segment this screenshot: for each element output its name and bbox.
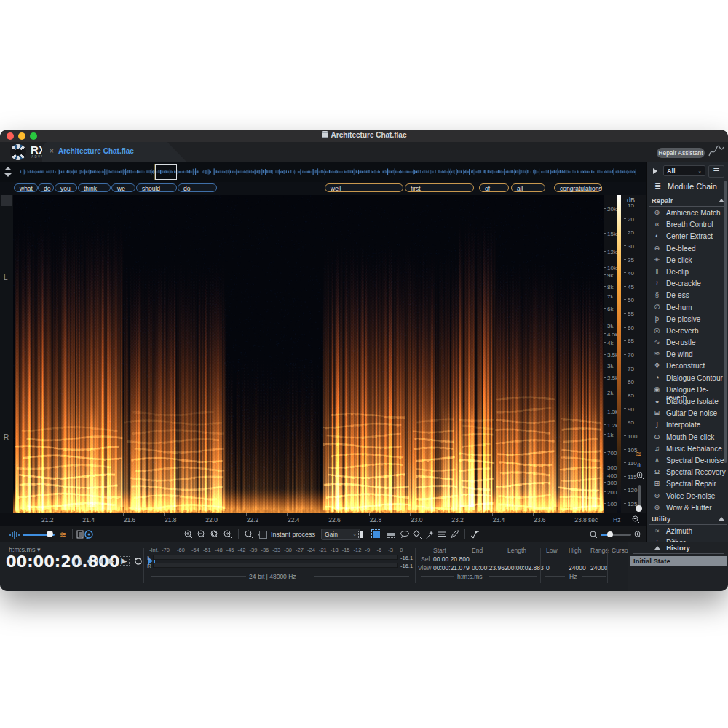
frequency-selection-tool-icon[interactable] xyxy=(385,531,397,538)
module-item-wow-flutter[interactable]: ⊛Wow & Flutter xyxy=(647,502,728,513)
module-filter-dropdown[interactable]: All ⌄ xyxy=(663,165,705,176)
adaptive-selection-tool-icon[interactable] xyxy=(470,530,480,539)
module-item-de-ess[interactable]: §De-ess xyxy=(647,289,728,301)
feather-tool-icon[interactable] xyxy=(450,530,459,539)
module-item-breath-control[interactable]: ɞBreath Control xyxy=(647,218,728,230)
spectrogram-canvas[interactable] xyxy=(13,195,604,513)
loop-icon[interactable] xyxy=(134,557,143,565)
module-item-dialogue-de-reverb[interactable]: ◉Dialogue De-reverb xyxy=(647,384,728,395)
time-selection-tool-icon[interactable] xyxy=(356,531,368,538)
word-label[interactable]: first xyxy=(405,183,474,192)
expand-overview-icon[interactable] xyxy=(4,167,12,177)
word-label[interactable]: think xyxy=(78,183,111,192)
harmonics-selection-tool-icon[interactable] xyxy=(438,531,447,539)
brush-selection-tool-icon[interactable] xyxy=(413,530,422,539)
play-icon[interactable]: ▶ xyxy=(108,557,114,565)
skip-to-start-icon[interactable] xyxy=(96,558,104,565)
module-item-de-bleed[interactable]: ⊖De-bleed xyxy=(647,242,728,254)
module-menu-icon[interactable]: ☰ xyxy=(708,165,724,178)
freq-high-value[interactable]: 24000 xyxy=(569,564,586,571)
lasso-selection-tool-icon[interactable] xyxy=(400,530,410,539)
view-length-value[interactable]: 00:00:02.883 xyxy=(507,564,544,571)
history-item[interactable]: Initial State xyxy=(630,556,727,566)
spectrogram-settings-icon[interactable]: ≋ xyxy=(60,530,66,539)
word-label[interactable]: all xyxy=(511,183,545,192)
module-item-azimuth[interactable]: ≈Azimuth xyxy=(647,525,728,537)
tab-close-icon[interactable]: × xyxy=(50,147,54,155)
horizontal-zoom-slider-knob[interactable] xyxy=(607,531,613,537)
waveform-blend-icon[interactable]: ılı xyxy=(637,462,641,468)
vertical-zoom-slider-knob[interactable] xyxy=(636,505,642,512)
word-label[interactable]: what xyxy=(14,183,38,192)
play-selection-icon[interactable]: ▶ xyxy=(119,556,129,566)
module-item-dialogue-contour[interactable]: ◔Dialogue Contour xyxy=(647,372,728,384)
module-item-de-wind[interactable]: ≋De-wind xyxy=(647,348,728,360)
word-label[interactable]: you xyxy=(55,183,77,192)
time-format-selector[interactable]: h:m:s.ms ▾ xyxy=(9,546,41,553)
module-item-center-extract[interactable]: ◐Center Extract xyxy=(647,230,728,242)
monitor-headphones-icon[interactable] xyxy=(73,557,82,566)
word-label[interactable]: well xyxy=(325,183,403,192)
word-label[interactable]: should xyxy=(136,183,177,192)
module-item-music-rebalance[interactable]: ♫Music Rebalance xyxy=(647,443,728,454)
zoom-out-horizontal-icon[interactable] xyxy=(590,531,598,539)
module-item-de-crackle[interactable]: ≀De-crackle xyxy=(647,277,728,289)
word-label[interactable]: do xyxy=(38,183,54,192)
module-item-deconstruct[interactable]: ❖Deconstruct xyxy=(647,360,728,371)
zoom-in-icon[interactable] xyxy=(184,530,193,539)
freq-range-value[interactable]: 24000 xyxy=(590,564,608,571)
magic-wand-tool-icon[interactable] xyxy=(425,530,435,539)
file-tab[interactable]: × Architecture Chat.flac xyxy=(42,142,186,162)
spectrogram-waveform-blend-icon[interactable] xyxy=(9,530,20,539)
module-section-header[interactable]: Repair xyxy=(649,195,727,207)
module-item-de-reverb[interactable]: ◎De-reverb xyxy=(647,325,728,336)
freq-low-value[interactable]: 0 xyxy=(546,564,550,571)
module-item-de-hum[interactable]: ∅De-hum xyxy=(647,301,728,313)
module-item-de-plosive[interactable]: þDe-plosive xyxy=(647,313,728,325)
module-play-icon[interactable] xyxy=(653,168,657,174)
zoom-fit-icon[interactable] xyxy=(223,530,232,539)
sel-start-value[interactable]: 00:00:20.800 xyxy=(433,555,470,563)
record-icon[interactable]: ● xyxy=(87,557,92,565)
instant-process-checkbox[interactable] xyxy=(259,531,267,539)
view-start-value[interactable]: 00:00:21.079 xyxy=(433,564,470,571)
time-frequency-selection-tool-icon[interactable] xyxy=(371,531,382,538)
word-label[interactable]: of xyxy=(479,183,509,192)
view-end-value[interactable]: 00:00:23.962 xyxy=(472,564,508,571)
horizontal-zoom-slider[interactable] xyxy=(601,534,631,536)
module-item-de-rustle[interactable]: ∿De-rustle xyxy=(647,336,728,348)
magnify-tool-icon[interactable] xyxy=(245,530,253,539)
module-item-spectral-recovery[interactable]: ΩSpectral Recovery xyxy=(647,466,728,478)
module-item-spectral-de-noise[interactable]: ∧Spectral De-noise xyxy=(647,454,728,466)
corner-widget[interactable] xyxy=(1,195,12,206)
overview-strip[interactable] xyxy=(0,162,646,182)
overview-waveform[interactable] xyxy=(20,164,636,180)
spectrogram-settings-icon[interactable]: ≋ xyxy=(636,450,641,458)
module-section-header[interactable]: Utility xyxy=(649,513,727,525)
zoom-out-vertical-icon[interactable] xyxy=(632,515,640,523)
blend-slider-knob[interactable] xyxy=(47,531,53,537)
word-label[interactable]: we xyxy=(111,183,135,192)
module-item-ambience-match[interactable]: ⊕Ambience Match xyxy=(647,207,728,218)
module-item-guitar-de-noise[interactable]: ⊟Guitar De-noise xyxy=(647,407,728,419)
repair-assistant-button[interactable]: Repair Assistant xyxy=(657,148,705,158)
module-item-dialogue-isolate[interactable]: ◒Dialogue Isolate xyxy=(647,395,728,407)
zoom-out-icon[interactable] xyxy=(197,530,206,539)
module-item-voice-de-noise[interactable]: ⊜Voice De-noise xyxy=(647,490,728,502)
zoom-selection-icon[interactable] xyxy=(210,530,219,539)
module-item-interpolate[interactable]: ∫Interpolate xyxy=(647,419,728,430)
module-item-spectral-repair[interactable]: ⊞Spectral Repair xyxy=(647,478,728,489)
clipboard-icon[interactable] xyxy=(76,530,84,539)
word-label[interactable]: congratulations xyxy=(554,183,602,192)
module-item-de-clip[interactable]: ‖De-clip xyxy=(647,266,728,277)
word-label[interactable]: do xyxy=(178,183,217,192)
blend-slider[interactable] xyxy=(23,534,55,536)
module-item-mouth-de-click[interactable]: ωMouth De-click xyxy=(647,431,728,443)
module-chain-item[interactable]: ≣ Module Chain xyxy=(647,180,728,193)
zoom-in-horizontal-icon[interactable] xyxy=(634,531,642,539)
module-item-dither[interactable]: ∴Dither xyxy=(647,537,728,542)
module-panel-scrollbar[interactable] xyxy=(724,181,727,463)
module-item-de-click[interactable]: ✳De-click xyxy=(647,254,728,266)
zoom-in-vertical-icon[interactable] xyxy=(636,472,644,480)
feedback-bubble-icon[interactable] xyxy=(84,530,94,539)
